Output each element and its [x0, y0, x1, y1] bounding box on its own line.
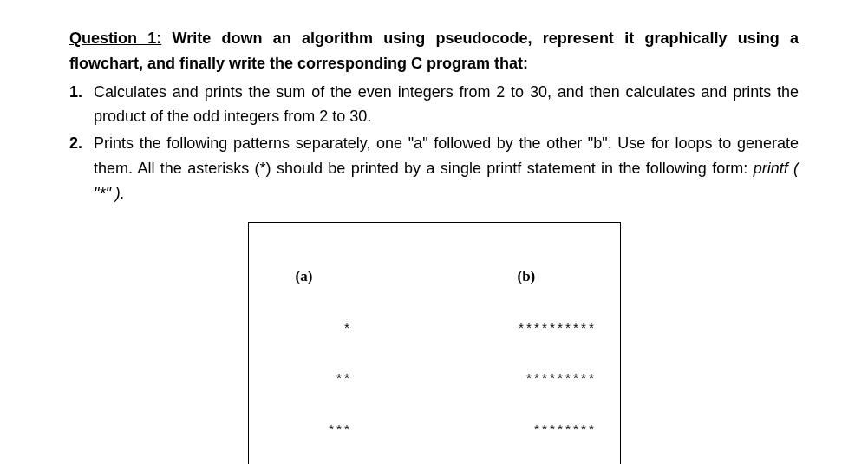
patterns-box: (a) * ** *** **** ***** ****** ******* *… [248, 222, 621, 464]
question-label: Question 1: [69, 29, 161, 47]
list-text: Calculates and prints the sum of the eve… [94, 80, 799, 130]
list-number: 1. [69, 80, 94, 130]
question-list: 1. Calculates and prints the sum of the … [69, 80, 799, 206]
item2-text1: Prints the following patterns separately… [94, 134, 799, 177]
pattern-a-row: * [273, 322, 351, 339]
question-header: Question 1: Write down an algorithm usin… [69, 26, 799, 76]
list-item-1: 1. Calculates and prints the sum of the … [69, 80, 799, 130]
pattern-a-row: ** [273, 372, 351, 389]
list-item-2: 2. Prints the following patterns separat… [69, 131, 799, 206]
list-text: Prints the following patterns separately… [94, 131, 799, 206]
pattern-a-label: (a) [273, 267, 351, 286]
pattern-b-row: ********* [517, 372, 595, 389]
pattern-b-label: (b) [517, 267, 595, 286]
pattern-b-row: ********** [517, 322, 595, 339]
pattern-column-b: (b) ********** ********* ******** ******… [517, 233, 595, 464]
list-number: 2. [69, 131, 94, 206]
pattern-b-row: ******** [517, 423, 595, 441]
question-prompt-line1: Write down an algorithm using pseudocode… [161, 29, 727, 47]
pattern-column-a: (a) * ** *** **** ***** ****** ******* *… [273, 233, 351, 464]
pattern-a-row: *** [273, 423, 351, 441]
